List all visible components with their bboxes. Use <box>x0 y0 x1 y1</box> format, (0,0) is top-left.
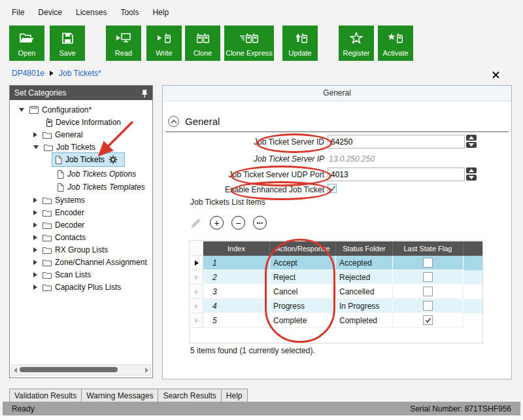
tab-search-results[interactable]: Search Results <box>158 389 221 402</box>
column-header-action[interactable]: Action/Response <box>270 241 336 256</box>
column-header-last-state[interactable]: Last State Flag <box>393 241 464 256</box>
tree-item-label[interactable]: RX Group Lists <box>55 245 108 254</box>
last-state-checkbox[interactable] <box>423 301 433 311</box>
udp-port-spinner[interactable] <box>466 167 477 182</box>
menu-device[interactable]: Device <box>33 5 71 20</box>
column-header-status[interactable]: Status Folder <box>336 241 393 256</box>
activate-button[interactable]: Activate <box>378 26 413 61</box>
tree-item-device-information[interactable]: Device Information <box>46 116 121 129</box>
update-button[interactable]: Update <box>282 26 318 61</box>
tree-item-capacity-plus-lists[interactable]: Capacity Plus Lists <box>33 281 121 294</box>
folder-icon <box>42 131 52 139</box>
collapsed-arrow-icon[interactable] <box>33 272 37 277</box>
write-button[interactable]: Write <box>146 26 182 61</box>
collapsed-arrow-icon[interactable] <box>33 198 37 203</box>
tree-item-job-tickets-options[interactable]: Job Tickets Options <box>57 167 136 181</box>
tree-item-label[interactable]: Job Tickets Templates <box>67 183 145 192</box>
scroll-right-icon[interactable] <box>145 368 148 373</box>
clone-button[interactable]: Clone <box>185 26 220 61</box>
expanded-arrow-icon[interactable] <box>19 108 24 112</box>
table-row[interactable]: 1 Accept Accepted <box>190 256 482 270</box>
tree-item-systems[interactable]: Systems <box>33 194 85 207</box>
read-button[interactable]: Read <box>106 26 141 61</box>
breadcrumb-device-link[interactable]: DP4801e <box>12 69 44 78</box>
menu-file[interactable]: File <box>7 5 33 20</box>
edit-pencil-icon[interactable] <box>190 217 202 229</box>
collapsed-arrow-icon[interactable] <box>33 210 37 215</box>
last-state-checkbox[interactable] <box>423 258 433 268</box>
clone-express-button[interactable]: Clone Express <box>224 26 274 61</box>
tree-item-zone-channel-assignment[interactable]: Zone/Channel Assignment <box>33 256 147 269</box>
tree-item-label[interactable]: Contacts <box>55 233 86 242</box>
collapsed-arrow-icon[interactable] <box>33 247 37 253</box>
horizontal-scrollbar[interactable] <box>11 364 151 376</box>
menu-help[interactable]: Help <box>147 5 177 20</box>
tree-item-job-tickets-selected[interactable]: Job Tickets <box>52 152 125 167</box>
breadcrumb-page-link[interactable]: Job Tickets* <box>59 69 101 78</box>
tab-validation-results[interactable]: Validation Results <box>9 389 82 402</box>
save-button[interactable]: Save <box>50 26 85 61</box>
tree-item-scan-lists[interactable]: Scan Lists <box>33 268 91 281</box>
tree-item-label[interactable]: Device Information <box>56 118 121 127</box>
tree-item-encoder[interactable]: Encoder <box>33 206 84 219</box>
tree-item-contacts[interactable]: Contacts <box>33 231 86 244</box>
tree-item-rx-group-lists[interactable]: RX Group Lists <box>33 243 108 256</box>
collapsed-arrow-icon[interactable] <box>33 260 37 265</box>
tab-warning-messages[interactable]: Warning Messages <box>81 389 158 402</box>
table-row[interactable]: 2 Reject Rejected <box>190 270 482 285</box>
collapse-chevron-icon[interactable] <box>168 116 179 127</box>
column-header-index[interactable]: Index <box>203 241 270 256</box>
tree-item-label[interactable]: Systems <box>55 196 85 205</box>
expanded-arrow-icon[interactable] <box>33 145 39 149</box>
tree-item-label[interactable]: Job Tickets <box>56 143 95 152</box>
close-panel-button[interactable] <box>490 69 501 80</box>
tree-item-decoder[interactable]: Decoder <box>33 219 84 232</box>
collapsed-arrow-icon[interactable] <box>33 132 37 137</box>
table-row[interactable]: 3 Cancel Cancelled <box>190 285 482 299</box>
tree-item-job-tickets-folder[interactable]: Job Tickets <box>33 141 95 154</box>
enable-enhanced-checkbox[interactable] <box>328 184 337 193</box>
set-categories-header: Set Categories <box>10 86 152 100</box>
more-options-button[interactable]: ••• <box>253 216 267 230</box>
last-state-checkbox[interactable] <box>423 272 433 282</box>
scrollbar-thumb[interactable] <box>20 367 118 372</box>
register-button[interactable]: Register <box>339 26 374 61</box>
tree-item-label[interactable]: Zone/Channel Assignment <box>55 258 147 267</box>
tree-item-job-tickets-templates[interactable]: Job Tickets Templates <box>57 181 145 194</box>
gear-icon[interactable] <box>109 155 118 164</box>
add-item-button[interactable]: + <box>210 216 224 230</box>
open-button[interactable]: Open <box>9 26 44 61</box>
pin-icon[interactable] <box>141 88 148 103</box>
spin-up-icon[interactable] <box>466 135 477 141</box>
spin-down-icon[interactable] <box>466 142 477 148</box>
tree-item-general[interactable]: General <box>33 128 83 141</box>
server-id-input[interactable] <box>328 135 465 149</box>
scroll-left-icon[interactable] <box>14 368 17 373</box>
tree-item-label[interactable]: Job Tickets <box>65 155 105 164</box>
spin-up-icon[interactable] <box>466 167 477 173</box>
tree-item-label[interactable]: Capacity Plus Lists <box>55 283 121 292</box>
menu-tools[interactable]: Tools <box>115 5 147 20</box>
table-row[interactable]: 4 Progress In Progress <box>190 299 482 313</box>
tab-help[interactable]: Help <box>221 389 248 402</box>
tree-item-label[interactable]: Configuration* <box>42 105 92 114</box>
udp-port-input[interactable] <box>328 167 465 181</box>
last-state-checkbox[interactable] <box>423 315 433 325</box>
tree-item-configuration[interactable]: Configuration* <box>19 103 92 116</box>
table-header-row: Index Action/Response Status Folder Last… <box>190 241 482 256</box>
tree-item-label[interactable]: Job Tickets Options <box>67 169 136 179</box>
delete-item-button[interactable]: − <box>231 216 245 230</box>
tree-item-label[interactable]: Decoder <box>55 220 84 230</box>
spin-down-icon[interactable] <box>466 175 477 181</box>
collapsed-arrow-icon[interactable] <box>33 222 37 228</box>
table-row[interactable]: 5 Complete Completed <box>190 313 482 328</box>
last-state-checkbox[interactable] <box>423 287 433 296</box>
tree-item-label[interactable]: General <box>55 130 83 139</box>
collapsed-arrow-icon[interactable] <box>33 285 37 290</box>
menu-licenses[interactable]: Licenses <box>71 5 115 20</box>
server-id-spinner[interactable] <box>466 135 477 149</box>
tree-item-label[interactable]: Encoder <box>55 208 84 217</box>
general-section-header[interactable]: General <box>168 116 220 127</box>
collapsed-arrow-icon[interactable] <box>33 235 37 240</box>
tree-item-label[interactable]: Scan Lists <box>55 270 91 279</box>
